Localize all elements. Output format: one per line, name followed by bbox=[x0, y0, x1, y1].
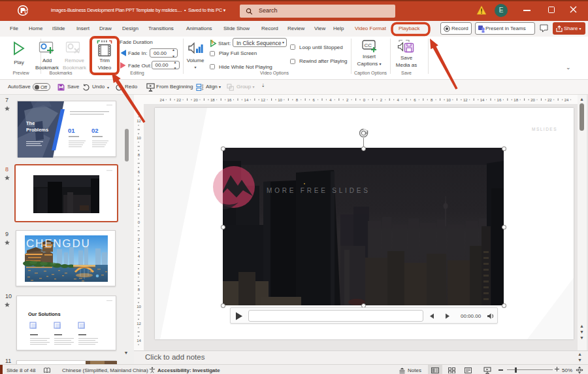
svg-text:10: 10 bbox=[137, 136, 141, 140]
svg-text:4: 4 bbox=[397, 98, 399, 102]
svg-text:2: 2 bbox=[138, 203, 140, 207]
svg-text:2: 2 bbox=[380, 98, 383, 102]
svg-text:MORE FREE SLIDES: MORE FREE SLIDES bbox=[267, 187, 370, 194]
svg-text:12: 12 bbox=[137, 119, 141, 123]
svg-text:The: The bbox=[26, 120, 35, 126]
svg-text:12: 12 bbox=[261, 98, 265, 102]
svg-text:18: 18 bbox=[514, 98, 518, 102]
svg-text:6: 6 bbox=[138, 170, 140, 174]
svg-text:24: 24 bbox=[160, 98, 165, 102]
svg-text:20: 20 bbox=[531, 98, 535, 102]
svg-text:2: 2 bbox=[138, 237, 140, 241]
svg-text:4: 4 bbox=[329, 98, 332, 102]
svg-text:0: 0 bbox=[138, 220, 140, 224]
svg-text:CC: CC bbox=[365, 42, 372, 48]
svg-text:6: 6 bbox=[138, 271, 140, 275]
svg-text:8: 8 bbox=[138, 153, 140, 157]
svg-text:4: 4 bbox=[138, 254, 140, 258]
svg-text:6: 6 bbox=[312, 98, 315, 102]
svg-text:12: 12 bbox=[137, 322, 141, 326]
svg-text:2: 2 bbox=[346, 98, 349, 102]
svg-text:Problems: Problems bbox=[26, 127, 48, 133]
svg-text:8: 8 bbox=[431, 98, 433, 102]
svg-text:18: 18 bbox=[210, 98, 215, 102]
svg-text:CHENGDU: CHENGDU bbox=[26, 237, 91, 250]
svg-text:02: 02 bbox=[91, 127, 99, 134]
svg-text:16: 16 bbox=[227, 98, 232, 102]
svg-text:10: 10 bbox=[278, 98, 282, 102]
svg-text:0: 0 bbox=[363, 98, 366, 102]
svg-text:12: 12 bbox=[463, 98, 468, 102]
svg-text:22: 22 bbox=[547, 98, 552, 102]
svg-text:8: 8 bbox=[296, 98, 299, 102]
svg-text:4: 4 bbox=[138, 187, 140, 191]
svg-text:16: 16 bbox=[497, 98, 502, 102]
svg-text:10: 10 bbox=[137, 305, 141, 309]
svg-text:8: 8 bbox=[138, 288, 140, 292]
svg-text:24: 24 bbox=[564, 98, 569, 102]
svg-text:01: 01 bbox=[68, 127, 75, 134]
svg-text:Our Solutions: Our Solutions bbox=[28, 311, 61, 317]
svg-text:14: 14 bbox=[244, 98, 249, 102]
svg-text:14: 14 bbox=[480, 98, 485, 102]
svg-text:6: 6 bbox=[414, 98, 416, 102]
svg-text:22: 22 bbox=[176, 98, 181, 102]
svg-text:14: 14 bbox=[137, 339, 141, 343]
svg-text:20: 20 bbox=[193, 98, 198, 102]
svg-text:10: 10 bbox=[446, 98, 451, 102]
